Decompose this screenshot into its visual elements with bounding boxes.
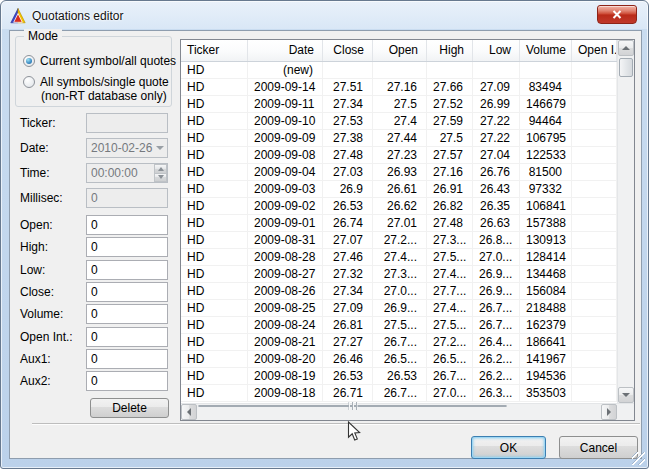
column-header-date[interactable]: Date bbox=[248, 40, 323, 61]
table-row[interactable]: HD2009-09-0226.5326.6226.8226.35106841 bbox=[181, 198, 617, 215]
table-cell[interactable]: 26.53 bbox=[373, 368, 427, 385]
table-cell[interactable]: 26.7... bbox=[473, 317, 520, 334]
table-cell[interactable]: 26.63 bbox=[473, 215, 520, 232]
table-cell[interactable]: 81500 bbox=[520, 164, 572, 181]
table-cell[interactable]: HD bbox=[181, 351, 248, 368]
table-cell[interactable]: 27.03 bbox=[323, 164, 373, 181]
table-cell[interactable]: 146679 bbox=[520, 96, 572, 113]
table-row[interactable]: HD2009-09-1127.3427.527.5226.99146679 bbox=[181, 96, 617, 113]
table-cell[interactable]: 27.09 bbox=[473, 79, 520, 96]
table-cell[interactable] bbox=[373, 62, 427, 79]
table-cell[interactable]: 27.48 bbox=[427, 215, 473, 232]
table-cell[interactable] bbox=[323, 62, 373, 79]
table-cell[interactable]: (new) bbox=[248, 62, 323, 79]
table-cell[interactable]: 27.2... bbox=[427, 334, 473, 351]
table-cell[interactable]: 2009-09-10 bbox=[248, 113, 323, 130]
table-cell[interactable]: HD bbox=[181, 130, 248, 147]
aux1-input[interactable] bbox=[86, 349, 168, 369]
table-cell[interactable]: 2009-08-18 bbox=[248, 385, 323, 402]
table-cell[interactable]: HD bbox=[181, 147, 248, 164]
horizontal-scrollbar-thumb[interactable] bbox=[198, 405, 507, 407]
close-button[interactable] bbox=[597, 5, 637, 24]
table-cell[interactable]: HD bbox=[181, 266, 248, 283]
table-cell[interactable]: 27.16 bbox=[373, 79, 427, 96]
table-cell[interactable]: 2009-09-02 bbox=[248, 198, 323, 215]
table-cell[interactable]: HD bbox=[181, 232, 248, 249]
resize-grip[interactable] bbox=[632, 452, 645, 465]
table-cell[interactable]: 27.5 bbox=[427, 130, 473, 147]
table-cell[interactable]: 97332 bbox=[520, 181, 572, 198]
table-cell[interactable]: HD bbox=[181, 164, 248, 181]
table-cell[interactable]: 2009-08-28 bbox=[248, 249, 323, 266]
table-cell[interactable]: 83494 bbox=[520, 79, 572, 96]
table-cell[interactable]: 2009-08-25 bbox=[248, 300, 323, 317]
table-cell[interactable] bbox=[572, 164, 617, 181]
table-cell[interactable]: 27.0... bbox=[473, 249, 520, 266]
table-row[interactable]: HD(new) bbox=[181, 62, 617, 79]
table-cell[interactable]: 2009-08-20 bbox=[248, 351, 323, 368]
table-cell[interactable]: 156084 bbox=[520, 283, 572, 300]
table-cell[interactable]: 27.51 bbox=[323, 79, 373, 96]
table-cell[interactable]: 26.43 bbox=[473, 181, 520, 198]
table-cell[interactable]: 27.16 bbox=[427, 164, 473, 181]
table-cell[interactable]: 26.62 bbox=[373, 198, 427, 215]
volume-input[interactable] bbox=[86, 304, 168, 324]
scroll-down-button[interactable] bbox=[618, 387, 634, 403]
table-cell[interactable]: 26.81 bbox=[323, 317, 373, 334]
table-cell[interactable] bbox=[572, 232, 617, 249]
table-cell[interactable]: 162379 bbox=[520, 317, 572, 334]
low-input[interactable] bbox=[86, 260, 168, 280]
table-cell[interactable]: 218488 bbox=[520, 300, 572, 317]
table-cell[interactable]: 27.2... bbox=[373, 232, 427, 249]
table-cell[interactable]: 26.9... bbox=[473, 266, 520, 283]
table-cell[interactable]: 27.57 bbox=[427, 147, 473, 164]
table-row[interactable]: HD2009-08-2527.0926.9...27.4...26.7...21… bbox=[181, 300, 617, 317]
table-cell[interactable] bbox=[572, 351, 617, 368]
table-cell[interactable]: 26.9... bbox=[473, 283, 520, 300]
column-header-close[interactable]: Close bbox=[323, 40, 373, 61]
table-cell[interactable] bbox=[572, 198, 617, 215]
column-header-open-i[interactable]: Open I.. bbox=[572, 40, 617, 61]
radio-button-icon[interactable] bbox=[23, 76, 35, 88]
table-cell[interactable]: HD bbox=[181, 62, 248, 79]
table-cell[interactable]: 26.53 bbox=[323, 198, 373, 215]
open-input[interactable] bbox=[86, 215, 168, 235]
vertical-scrollbar-thumb[interactable] bbox=[619, 58, 633, 77]
table-cell[interactable]: 27.3... bbox=[427, 232, 473, 249]
table-cell[interactable]: 27.48 bbox=[323, 147, 373, 164]
table-row[interactable]: HD2009-08-3127.0727.2...27.3...26.8...13… bbox=[181, 232, 617, 249]
table-cell[interactable]: HD bbox=[181, 317, 248, 334]
table-cell[interactable]: 26.7... bbox=[373, 334, 427, 351]
table-cell[interactable]: HD bbox=[181, 113, 248, 130]
column-header-low[interactable]: Low bbox=[473, 40, 520, 61]
table-cell[interactable]: 27.0... bbox=[373, 283, 427, 300]
table-cell[interactable] bbox=[572, 79, 617, 96]
title-bar[interactable]: Quotations editor bbox=[1, 1, 648, 30]
table-cell[interactable] bbox=[572, 96, 617, 113]
table-cell[interactable]: HD bbox=[181, 249, 248, 266]
table-cell[interactable] bbox=[572, 300, 617, 317]
table-cell[interactable]: 94464 bbox=[520, 113, 572, 130]
table-cell[interactable]: 27.34 bbox=[323, 96, 373, 113]
table-cell[interactable] bbox=[572, 113, 617, 130]
table-cell[interactable] bbox=[520, 62, 572, 79]
table-cell[interactable]: HD bbox=[181, 96, 248, 113]
table-cell[interactable] bbox=[572, 317, 617, 334]
table-row[interactable]: HD2009-08-2026.4626.5...26.5...26.2...14… bbox=[181, 351, 617, 368]
table-cell[interactable]: 26.91 bbox=[427, 181, 473, 198]
table-row[interactable]: HD2009-08-2727.3227.3...27.4...26.9...13… bbox=[181, 266, 617, 283]
table-cell[interactable]: 2009-08-24 bbox=[248, 317, 323, 334]
vertical-scrollbar[interactable] bbox=[617, 40, 634, 403]
table-cell[interactable]: 2009-09-11 bbox=[248, 96, 323, 113]
table-cell[interactable]: 27.32 bbox=[323, 266, 373, 283]
table-cell[interactable]: 27.5... bbox=[373, 317, 427, 334]
table-cell[interactable] bbox=[572, 283, 617, 300]
table-cell[interactable] bbox=[572, 130, 617, 147]
table-row[interactable]: HD2009-08-2426.8127.5...27.5...26.7...16… bbox=[181, 317, 617, 334]
table-cell[interactable]: 26.82 bbox=[427, 198, 473, 215]
table-cell[interactable]: 26.4... bbox=[473, 334, 520, 351]
table-cell[interactable]: 26.2... bbox=[473, 368, 520, 385]
table-cell[interactable]: 27.38 bbox=[323, 130, 373, 147]
cancel-button[interactable]: Cancel bbox=[559, 436, 638, 459]
ok-button[interactable]: OK bbox=[471, 436, 546, 459]
